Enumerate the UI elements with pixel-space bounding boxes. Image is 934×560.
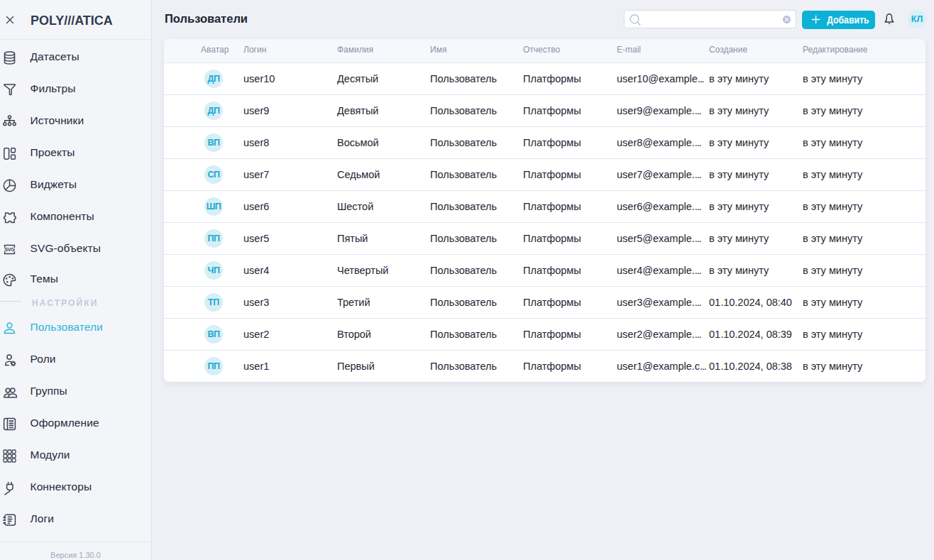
svg-text:SVG: SVG <box>4 246 15 253</box>
